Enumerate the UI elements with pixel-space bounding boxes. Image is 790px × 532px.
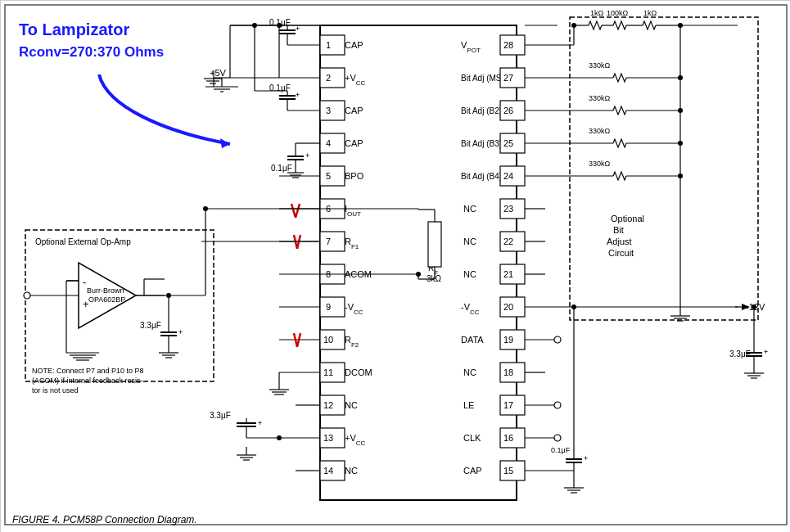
svg-text:3.3μF: 3.3μF <box>729 349 751 358</box>
svg-text:7: 7 <box>326 237 331 246</box>
svg-text:4: 4 <box>326 138 331 148</box>
svg-text:+: + <box>258 419 262 427</box>
svg-text:24: 24 <box>503 171 513 181</box>
svg-text:330kΩ: 330kΩ <box>589 61 611 70</box>
svg-text:28: 28 <box>503 40 513 50</box>
svg-text:Rconv=270:370 Ohms: Rconv=270:370 Ohms <box>19 44 164 60</box>
svg-text:2: 2 <box>326 73 331 83</box>
svg-text:NC: NC <box>463 237 476 246</box>
svg-point-146 <box>277 435 282 440</box>
svg-text:Bit Adj (B4): Bit Adj (B4) <box>461 172 502 181</box>
svg-text:Bit Adj (B2): Bit Adj (B2) <box>461 106 502 115</box>
svg-text:0.1μF: 0.1μF <box>271 164 292 173</box>
svg-rect-27 <box>320 68 345 88</box>
svg-text:CAP: CAP <box>345 138 363 148</box>
svg-text:19: 19 <box>503 335 513 345</box>
svg-point-257 <box>24 292 30 299</box>
svg-rect-25 <box>320 35 345 55</box>
svg-text:CLK: CLK <box>463 433 481 443</box>
svg-text:3: 3 <box>326 106 331 115</box>
svg-text:To Lampizator: To Lampizator <box>19 20 129 38</box>
svg-text:NC: NC <box>463 269 476 279</box>
svg-text:NC: NC <box>463 367 476 377</box>
svg-text:(ACOM) if internal feedback re: (ACOM) if internal feedback resis- <box>32 376 143 385</box>
svg-point-220 <box>554 336 561 343</box>
svg-text:CAP: CAP <box>463 466 482 476</box>
svg-text:23: 23 <box>503 204 513 214</box>
svg-text:3.3μF: 3.3μF <box>210 411 231 420</box>
svg-rect-31 <box>320 133 345 153</box>
svg-text:BPO: BPO <box>345 171 364 181</box>
svg-text:330kΩ: 330kΩ <box>589 127 611 135</box>
svg-text:330kΩ: 330kΩ <box>589 94 611 102</box>
svg-text:1: 1 <box>326 40 331 50</box>
svg-text:CAP: CAP <box>345 106 363 115</box>
svg-text:CAP: CAP <box>345 40 363 50</box>
svg-text:+: + <box>305 151 309 160</box>
svg-text:+: + <box>764 348 768 356</box>
svg-rect-37 <box>320 232 345 251</box>
svg-text:DATA: DATA <box>461 335 484 345</box>
svg-point-169 <box>416 272 421 277</box>
svg-text:12: 12 <box>323 400 333 410</box>
svg-text:Optional External Op-Amp: Optional External Op-Amp <box>35 237 131 246</box>
svg-rect-161 <box>428 222 441 267</box>
svg-text:21: 21 <box>503 269 513 279</box>
svg-text:NC: NC <box>463 204 476 214</box>
svg-point-223 <box>554 402 561 408</box>
svg-text:+: + <box>296 91 300 99</box>
svg-rect-33 <box>320 166 345 186</box>
svg-text:LE: LE <box>463 400 474 410</box>
svg-text:+5V: +5V <box>210 68 227 78</box>
svg-text:11: 11 <box>323 367 333 377</box>
svg-text:9: 9 <box>326 302 331 312</box>
svg-text:0.1μF: 0.1μF <box>551 446 571 454</box>
svg-text:1kΩ: 1kΩ <box>590 9 604 17</box>
svg-text:+: + <box>584 454 588 462</box>
svg-point-284 <box>203 206 208 211</box>
svg-text:13: 13 <box>323 433 333 443</box>
svg-text:Bit Adj (B3): Bit Adj (B3) <box>461 139 502 148</box>
svg-text:17: 17 <box>503 400 513 410</box>
svg-text:OPA602BP: OPA602BP <box>88 295 125 304</box>
svg-text:Optional: Optional <box>611 214 644 223</box>
svg-text:Adjust: Adjust <box>607 237 632 246</box>
svg-rect-41 <box>320 297 345 317</box>
svg-text:NC: NC <box>345 466 358 476</box>
svg-point-225 <box>554 435 561 441</box>
svg-text:27: 27 <box>503 73 513 83</box>
svg-text:16: 16 <box>503 433 513 443</box>
svg-text:15: 15 <box>503 466 513 476</box>
svg-text:Circuit: Circuit <box>608 248 634 258</box>
svg-rect-10 <box>320 25 517 500</box>
svg-text:-: - <box>83 276 86 288</box>
svg-text:5: 5 <box>326 171 331 181</box>
svg-text:NOTE: Connect P7 and P10 to P8: NOTE: Connect P7 and P10 to P8 <box>32 367 144 375</box>
svg-text:1kΩ: 1kΩ <box>643 9 657 17</box>
svg-text:22: 22 <box>503 237 513 246</box>
svg-text:3.3μF: 3.3μF <box>140 321 161 330</box>
svg-point-244 <box>752 304 756 309</box>
svg-point-234 <box>571 304 576 309</box>
svg-text:tor is not used: tor is not used <box>32 386 79 394</box>
svg-text:20: 20 <box>503 302 513 312</box>
svg-text:FIGURE 4. PCM58P Connection Di: FIGURE 4. PCM58P Connection Diagram. <box>12 514 197 525</box>
svg-rect-29 <box>320 101 345 120</box>
svg-text:14: 14 <box>323 466 333 476</box>
svg-text:+: + <box>178 328 183 336</box>
svg-text:100kΩ: 100kΩ <box>607 9 629 17</box>
svg-text:18: 18 <box>503 367 513 377</box>
svg-text:26: 26 <box>503 106 513 115</box>
svg-text:DCOM: DCOM <box>345 367 372 377</box>
schematic-diagram: To Lampizator Rconv=270:370 Ohms +5V CAP… <box>0 0 790 532</box>
svg-text:Burr-Brown: Burr-Brown <box>87 286 124 295</box>
svg-text:330kΩ: 330kΩ <box>589 160 611 168</box>
svg-text:NC: NC <box>345 400 358 410</box>
svg-text:25: 25 <box>503 138 513 148</box>
svg-text:Bit: Bit <box>613 225 624 235</box>
svg-text:10: 10 <box>323 335 333 345</box>
